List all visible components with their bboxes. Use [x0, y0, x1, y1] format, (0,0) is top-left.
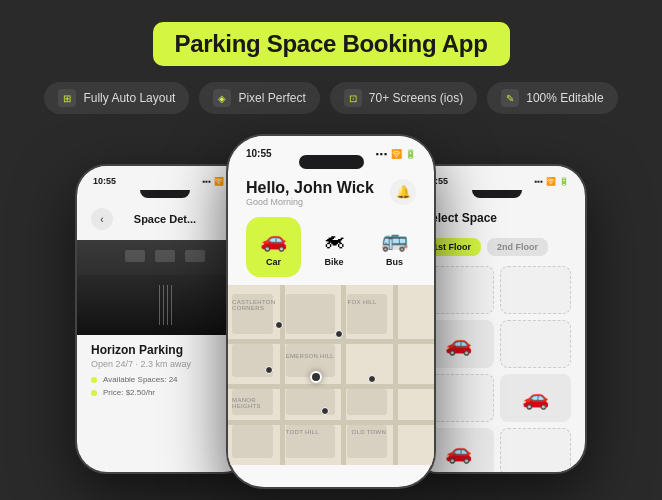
phone-left-title: Space Det...: [134, 213, 196, 225]
wifi-icon-right: 🛜: [546, 177, 556, 186]
feature-pixel-perfect: ◈ Pixel Perfect: [199, 82, 319, 114]
editable-icon: ✎: [501, 89, 519, 107]
vehicle-bike-button[interactable]: 🏍 Bike: [309, 217, 359, 277]
bus-icon: 🚌: [381, 227, 408, 253]
vehicle-bus-button[interactable]: 🚌 Bus: [367, 217, 422, 277]
phone-left-time: 10:55: [93, 176, 116, 186]
battery-icon-right: 🔋: [559, 177, 569, 186]
features-row: ⊞ Fully Auto Layout ◈ Pixel Perfect ⊡ 70…: [0, 82, 662, 134]
map-area[interactable]: CASTLEHTONCORNERS FOX HILL EMERSON HILL …: [228, 285, 434, 465]
pixel-perfect-icon: ◈: [213, 89, 231, 107]
wifi-icon-center: 🛜: [391, 149, 402, 159]
auto-layout-icon: ⊞: [58, 89, 76, 107]
bus-label: Bus: [386, 257, 403, 267]
floor-tab-2[interactable]: 2nd Floor: [487, 238, 548, 256]
feature-auto-layout: ⊞ Fully Auto Layout: [44, 82, 189, 114]
notification-button[interactable]: 🔔: [390, 179, 416, 205]
bike-icon: 🏍: [323, 227, 345, 253]
app-title: Parking Space Booking App: [175, 30, 488, 58]
info-dot-2: [91, 390, 97, 396]
signal-icon-right: ▪▪▪: [534, 177, 543, 186]
map-label-foxhill: FOX HILL: [347, 299, 376, 305]
car-icon: 🚗: [260, 227, 287, 253]
bike-label: Bike: [324, 257, 343, 267]
screens-icon: ⊡: [344, 89, 362, 107]
battery-icon-center: 🔋: [405, 149, 416, 159]
feature-auto-layout-label: Fully Auto Layout: [83, 91, 175, 105]
info-row-1: Available Spaces: 24: [91, 375, 239, 384]
map-label-castlehton: CASTLEHTONCORNERS: [232, 299, 275, 311]
phones-container: 10:55 ▪▪▪ 🛜 🔋 ‹ Space Det...: [0, 134, 662, 444]
car-top-view-1: 🚗: [445, 331, 472, 357]
signal-icon-center: ▪▪▪: [375, 149, 388, 159]
feature-editable: ✎ 100% Editable: [487, 82, 617, 114]
feature-editable-label: 100% Editable: [526, 91, 603, 105]
info-row-2: Price: $2.50/hr: [91, 388, 239, 397]
map-label-oldtown: OLD TOWN: [352, 429, 387, 435]
greeting-name: Hello, John Wick: [246, 179, 374, 197]
map-label-todthill: TODT HILL: [286, 429, 319, 435]
app-title-badge: Parking Space Booking App: [153, 22, 510, 66]
feature-screens: ⊡ 70+ Screens (ios): [330, 82, 477, 114]
info-text-2: Price: $2.50/hr: [103, 388, 155, 397]
dynamic-island: [299, 155, 364, 169]
parking-spot-2[interactable]: [500, 266, 571, 314]
car-top-view-2: 🚗: [522, 385, 549, 411]
phone-center: 10:55 ▪▪▪ 🛜 🔋 Hello, John Wick Good Morn…: [226, 134, 436, 489]
greeting-text: Hello, John Wick Good Morning: [246, 179, 374, 207]
phone-center-screen: 10:55 ▪▪▪ 🛜 🔋 Hello, John Wick Good Morn…: [228, 136, 434, 487]
feature-screens-label: 70+ Screens (ios): [369, 91, 463, 105]
parking-spot-4[interactable]: [500, 320, 571, 368]
vehicle-selector: 🚗 Car 🏍 Bike 🚌 Bus: [228, 213, 434, 285]
phone-left-notch: [140, 190, 190, 198]
info-dot-1: [91, 377, 97, 383]
greeting-sub: Good Morning: [246, 197, 374, 207]
feature-pixel-perfect-label: Pixel Perfect: [238, 91, 305, 105]
parking-spot-8[interactable]: [500, 428, 571, 472]
map-label-manorheights: MANORHEIGHTS: [232, 397, 261, 409]
info-text-1: Available Spaces: 24: [103, 375, 178, 384]
vehicle-car-button[interactable]: 🚗 Car: [246, 217, 301, 277]
car-label: Car: [266, 257, 281, 267]
parking-spot-6[interactable]: 🚗: [500, 374, 571, 422]
map-label-emersonhill: EMERSON HILL: [286, 353, 334, 359]
phone-center-time: 10:55: [246, 148, 272, 159]
app-header: Parking Space Booking App: [0, 0, 662, 82]
phone-right-notch: [472, 190, 522, 198]
signal-icon-left: ▪▪▪: [202, 177, 211, 186]
greeting-section: Hello, John Wick Good Morning 🔔: [228, 169, 434, 213]
car-top-view-3: 🚗: [445, 439, 472, 465]
wifi-icon-left: 🛜: [214, 177, 224, 186]
back-button-left[interactable]: ‹: [91, 208, 113, 230]
